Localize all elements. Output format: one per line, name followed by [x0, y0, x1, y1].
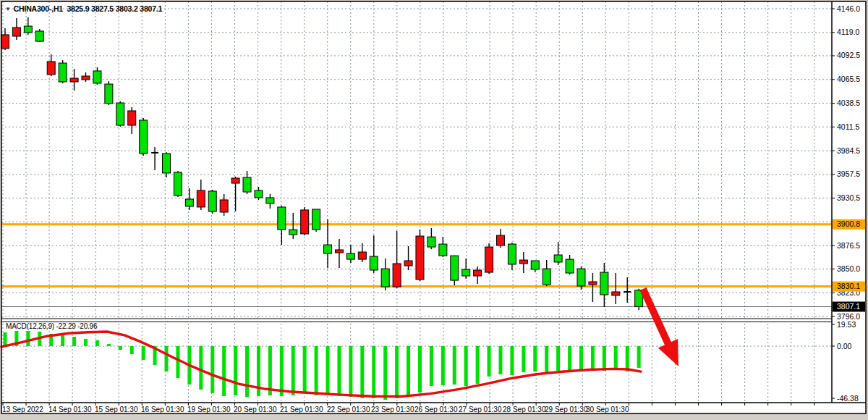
candle-body — [197, 190, 205, 207]
macd-histogram-bar — [591, 346, 595, 369]
macd-histogram-bar — [360, 346, 364, 398]
macd-histogram-bar — [407, 346, 410, 396]
macd-histogram-bar — [568, 346, 571, 371]
macd-histogram-bar — [130, 346, 134, 354]
macd-histogram-bar — [603, 346, 606, 371]
macd-histogram-bar — [522, 346, 525, 372]
candle-body — [82, 76, 90, 80]
macd-histogram-bar — [614, 346, 618, 370]
price-tick-label: 3930.5 — [837, 193, 860, 202]
candle-body — [301, 210, 309, 234]
candle-body — [404, 261, 412, 266]
chart-canvas: 4146.04119.04092.54065.54038.54011.53984… — [0, 0, 868, 420]
candle-body — [393, 264, 401, 287]
macd-histogram-bar — [372, 346, 375, 398]
candle-body — [519, 260, 527, 264]
macd-histogram-bar — [545, 346, 548, 373]
price-tick-label: 3850.0 — [837, 264, 860, 273]
candle-body — [93, 71, 101, 83]
macd-histogram-bar — [95, 340, 99, 346]
time-tick-label: 13 Sep 2022 — [2, 406, 43, 413]
candle-body — [589, 282, 597, 285]
doji-body — [624, 291, 631, 293]
macd-histogram-bar — [326, 346, 330, 395]
time-tick-label: 16 Sep 01:30 — [141, 406, 184, 413]
candle-body — [542, 269, 550, 285]
candle-body — [266, 198, 274, 203]
candle-body — [554, 255, 562, 262]
macd-histogram-bar — [199, 346, 203, 390]
macd-histogram-bar — [61, 335, 64, 346]
macd-histogram-bar — [84, 339, 88, 346]
candle-body — [220, 200, 228, 212]
macd-indicator-label: MACD(12,26,9) -22.29 -20.96 — [6, 322, 97, 330]
macd-histogram-bar — [292, 346, 295, 395]
collapse-triangle-icon[interactable]: ▼ — [5, 6, 11, 12]
macd-histogram-bar — [579, 346, 583, 370]
macd-histogram-bar — [453, 346, 456, 385]
time-tick-label: 20 Sep 01:30 — [234, 406, 277, 413]
candle-body — [231, 178, 239, 183]
macd-histogram-bar — [26, 331, 30, 346]
candle-body — [59, 63, 67, 82]
macd-histogram-bar — [119, 346, 122, 350]
macd-histogram-bar — [107, 344, 111, 346]
level-badge-label: 3900.8 — [837, 219, 860, 228]
macd-histogram-bar — [210, 346, 214, 393]
macd-histogram-bar — [142, 346, 145, 360]
candle-body — [416, 236, 424, 280]
candle-body — [531, 261, 539, 269]
macd-histogram-bar — [488, 346, 491, 377]
candle-body — [381, 269, 389, 287]
time-tick-label: 23 Sep 01:30 — [371, 406, 414, 413]
macd-histogram-bar — [637, 346, 641, 368]
macd-histogram-bar — [280, 346, 284, 396]
candle-body — [439, 244, 447, 256]
macd-histogram-bar — [626, 346, 629, 371]
candle-body — [116, 103, 124, 125]
candle-body — [243, 177, 251, 192]
macd-histogram-bar — [245, 346, 249, 397]
candle-body — [612, 292, 620, 295]
price-tick-label: 3984.5 — [837, 146, 860, 155]
candle-body — [566, 259, 574, 273]
candle-body — [496, 235, 504, 245]
macd-histogram-bar — [234, 346, 237, 395]
macd-histogram-bar — [395, 346, 399, 398]
time-tick-label: 15 Sep 01:30 — [95, 406, 138, 413]
current-price-badge-label: 3807.1 — [837, 302, 860, 311]
candle-body — [427, 237, 435, 247]
time-tick-label: 21 Sep 01:30 — [280, 406, 323, 413]
chart-window: 4146.04119.04092.54065.54038.54011.53984… — [0, 0, 868, 420]
candle-body — [485, 247, 493, 272]
candle-body — [174, 172, 182, 196]
candle-body — [163, 154, 171, 173]
macd-histogram-bar — [476, 346, 480, 384]
macd-histogram-bar — [315, 346, 318, 395]
time-tick-label: 28 Sep 01:30 — [503, 406, 546, 413]
time-tick-label: 26 Sep 01:30 — [414, 406, 458, 413]
macd-histogram-bar — [430, 346, 433, 386]
candle-body — [35, 31, 43, 41]
candle-body — [324, 245, 332, 253]
price-tick-label: 3957.5 — [837, 169, 860, 178]
macd-histogram-bar — [533, 346, 537, 371]
macd-histogram-bar — [337, 346, 341, 396]
candle-body — [278, 207, 286, 230]
macd-histogram-bar — [165, 346, 169, 371]
time-tick-label: 14 Sep 01:30 — [48, 406, 92, 413]
macd-histogram-bar — [303, 346, 307, 393]
time-tick-label: 29 Sep 01:30 — [545, 406, 588, 413]
candle-body — [508, 244, 516, 264]
macd-tick-label: 19.53 — [837, 320, 856, 329]
macd-histogram-bar — [441, 346, 445, 385]
candle-body — [255, 190, 263, 198]
macd-histogram-bar — [176, 346, 179, 378]
time-tick-label: 19 Sep 01:30 — [187, 406, 231, 413]
macd-histogram-bar — [268, 346, 272, 395]
candle-body — [312, 209, 320, 230]
time-tick-label: 30 Sep 01:30 — [586, 406, 629, 413]
candle-body — [105, 84, 113, 104]
candle-body — [474, 270, 482, 276]
candle-body — [12, 28, 20, 36]
